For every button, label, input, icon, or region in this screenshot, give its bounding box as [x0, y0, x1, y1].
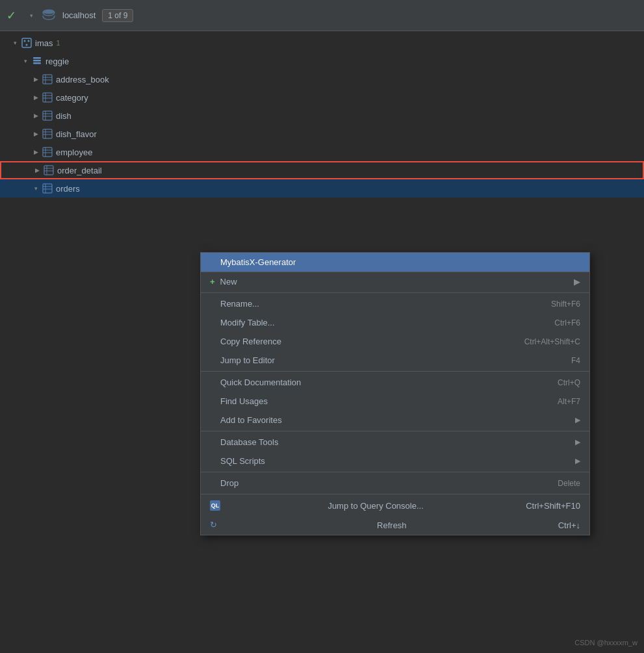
jump-editor-label: Jump to Editor	[220, 355, 571, 365]
mybatisx-label: MybatisX-Generator	[220, 257, 296, 267]
find-usages-menu-item[interactable]: Find Usages Alt+F7	[201, 392, 589, 411]
dish-label: dish	[56, 111, 71, 121]
copy-ref-shortcut: Ctrl+Alt+Shift+C	[524, 337, 580, 346]
drop-menu-item[interactable]: Drop Delete	[201, 474, 589, 493]
new-label: New	[220, 277, 237, 287]
address-book-label: address_book	[56, 75, 109, 84]
tree-item-address-book[interactable]: ▶ address_book	[0, 70, 644, 88]
dish-flavor-label: dish_flavor	[56, 129, 97, 139]
schema-icon-imas	[21, 38, 32, 48]
jump-editor-shortcut: F4	[571, 356, 580, 365]
modify-shortcut: Ctrl+F6	[554, 318, 580, 327]
table-icon-order-detail	[44, 165, 54, 175]
tree-item-order-detail[interactable]: ▶ order_detail	[0, 161, 644, 179]
expand-arrow-top[interactable]: ▾	[27, 11, 36, 20]
svg-rect-1	[22, 38, 31, 47]
table-icon-employee	[42, 147, 53, 157]
svg-rect-6	[33, 60, 41, 62]
expand-dish-flavor[interactable]: ▶	[31, 129, 40, 138]
pagination-badge: 1 of 9	[102, 9, 133, 22]
tree-item-employee[interactable]: ▶ employee	[0, 143, 644, 161]
svg-rect-28	[44, 166, 53, 175]
imas-count: 1	[56, 39, 60, 47]
table-icon-dish	[42, 110, 53, 121]
db-logo-icon	[42, 8, 56, 23]
expand-employee[interactable]: ▶	[31, 147, 40, 157]
tree-panel: ▾ imas 1 ▾ reggie ▶ address_book	[0, 31, 644, 200]
table-icon-category	[42, 92, 53, 103]
expand-imas[interactable]: ▾	[10, 38, 19, 47]
watermark: CSDN @hxxxxm_w	[574, 639, 638, 647]
sql-scripts-arrow-icon: ▶	[575, 457, 580, 465]
top-bar: ✓ ▾ localhost 1 of 9	[0, 0, 644, 31]
expand-category[interactable]: ▶	[31, 93, 40, 102]
expand-reggie[interactable]: ▾	[21, 57, 30, 66]
tree-item-orders[interactable]: ▾ orders	[0, 179, 644, 198]
quick-doc-label: Quick Documentation	[220, 378, 558, 387]
order-detail-label: order_detail	[57, 166, 102, 175]
svg-rect-20	[43, 129, 52, 138]
rename-shortcut: Shift+F6	[551, 300, 580, 309]
table-icon-orders	[42, 183, 53, 194]
modify-table-menu-item[interactable]: Modify Table... Ctrl+F6	[201, 313, 589, 332]
svg-point-3	[28, 40, 30, 42]
imas-label: imas	[35, 38, 53, 48]
mybatisx-generator-menu-item[interactable]: MybatisX-Generator	[201, 253, 589, 272]
tree-item-dish-flavor[interactable]: ▶ dish_flavor	[0, 125, 644, 143]
copy-reference-menu-item[interactable]: Copy Reference Ctrl+Alt+Shift+C	[201, 332, 589, 351]
svg-rect-8	[43, 75, 52, 84]
quick-doc-menu-item[interactable]: Quick Documentation Ctrl+Q	[201, 373, 589, 392]
host-label: localhost	[62, 10, 96, 20]
new-arrow-icon: ▶	[574, 277, 580, 287]
tree-item-reggie[interactable]: ▾ reggie	[0, 52, 644, 70]
rename-menu-item[interactable]: Rename... Shift+F6	[201, 294, 589, 313]
rename-label: Rename...	[220, 299, 551, 309]
ql-icon: QL	[210, 500, 220, 511]
sql-scripts-label: SQL Scripts	[220, 456, 571, 466]
expand-orders[interactable]: ▾	[31, 184, 40, 193]
refresh-icon: ↻	[210, 520, 220, 530]
context-menu: MybatisX-Generator + New ▶ Rename... Shi…	[200, 252, 590, 535]
check-icon: ✓	[6, 8, 16, 23]
table-icon-dish-flavor	[42, 129, 53, 139]
find-usages-shortcut: Alt+F7	[558, 397, 580, 406]
menu-section-1: + New ▶	[201, 272, 589, 291]
expand-order-detail[interactable]: ▶	[32, 166, 42, 175]
database-tools-menu-item[interactable]: Database Tools ▶	[201, 433, 589, 452]
svg-rect-12	[43, 93, 52, 102]
sql-scripts-menu-item[interactable]: SQL Scripts ▶	[201, 452, 589, 470]
divider-3	[201, 431, 589, 431]
refresh-label: Refresh	[377, 520, 407, 530]
tree-item-dish[interactable]: ▶ dish	[0, 107, 644, 125]
divider-4	[201, 472, 589, 472]
svg-rect-5	[33, 57, 41, 59]
db-tools-label: Database Tools	[220, 437, 571, 447]
svg-point-2	[24, 40, 26, 42]
jump-console-menu-item[interactable]: QL Jump to Query Console... Ctrl+Shift+F…	[201, 496, 589, 515]
jump-console-label: Jump to Query Console...	[328, 501, 423, 511]
new-menu-item[interactable]: + New ▶	[201, 272, 589, 291]
orders-label: orders	[56, 184, 80, 194]
plus-icon: +	[210, 277, 215, 287]
expand-dish[interactable]: ▶	[31, 111, 40, 120]
drop-label: Drop	[220, 478, 558, 488]
svg-rect-7	[33, 62, 41, 64]
tree-item-imas[interactable]: ▾ imas 1	[0, 34, 644, 52]
jump-editor-menu-item[interactable]: Jump to Editor F4	[201, 351, 589, 370]
reggie-label: reggie	[45, 57, 69, 66]
tree-item-category[interactable]: ▶ category	[0, 88, 644, 107]
svg-rect-16	[43, 111, 52, 120]
svg-rect-32	[43, 184, 52, 193]
add-fav-label: Add to Favorites	[220, 415, 571, 425]
refresh-shortcut: Ctrl+↓	[558, 520, 580, 530]
refresh-menu-item[interactable]: ↻ Refresh Ctrl+↓	[201, 515, 589, 535]
db-tools-arrow-icon: ▶	[575, 438, 580, 446]
modify-label: Modify Table...	[220, 318, 554, 327]
svg-point-4	[26, 44, 28, 46]
add-favorites-menu-item[interactable]: Add to Favorites ▶	[201, 411, 589, 429]
add-fav-arrow-icon: ▶	[575, 416, 580, 424]
employee-label: employee	[56, 147, 92, 157]
expand-address-book[interactable]: ▶	[31, 75, 40, 84]
quick-doc-shortcut: Ctrl+Q	[558, 378, 580, 387]
jump-console-shortcut: Ctrl+Shift+F10	[526, 501, 580, 511]
